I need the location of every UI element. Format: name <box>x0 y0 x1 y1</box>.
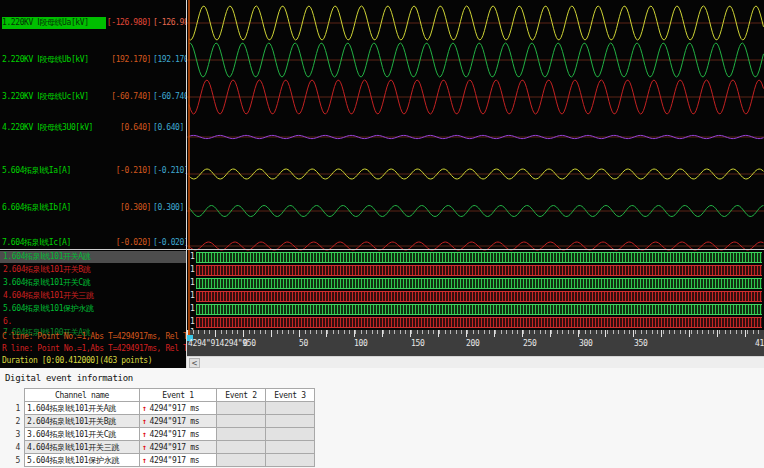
analog-digital-divider <box>0 249 764 250</box>
event-2-cell <box>217 402 266 415</box>
header-channel-name: Channel name <box>25 389 140 402</box>
horizontal-scrollbar[interactable]: < <box>187 356 764 368</box>
event-3-cell <box>266 415 315 428</box>
fault-recorder-window: { "header": { "title": "" }, "icons": { … <box>0 0 764 468</box>
event-1-cell: ↑4294"917 ms <box>140 441 217 454</box>
event-1-cell: ↑4294"917 ms <box>140 428 217 441</box>
cursor-c-line-status: C line: Point No.=1,Abs T=4294917ms, Rel… <box>2 331 186 342</box>
axis-tick-label: 250 <box>523 339 537 348</box>
header-event-2: Event 2 <box>217 389 266 402</box>
event-table-row[interactable]: 44.604拓泉Ⅰ线101开关三跳↑4294"917 ms <box>6 441 315 454</box>
duration-status: Duration [0:00.412000](463 points) <box>2 355 186 366</box>
event-channel-name: 1.604拓泉Ⅰ线101开关A跳 <box>25 402 140 415</box>
event-2-cell <box>217 454 266 467</box>
analog-channel-row[interactable]: 4.220KV Ⅰ段母线3U0[kV][0.640][0.640] <box>0 122 186 134</box>
digital-channel-row[interactable]: 3.604拓泉Ⅰ线101开关C跳 <box>0 277 186 289</box>
channel-value-1: [-0.210] <box>99 165 151 177</box>
channel-value-2: [0.300] <box>153 202 186 214</box>
axis-tick-label: 200 <box>466 339 480 348</box>
event-channel-name: 5.604拓泉Ⅰ线101保护永跳 <box>25 454 140 467</box>
event-2-cell <box>217 428 266 441</box>
event-3-cell <box>266 428 315 441</box>
axis-tick-label: 350 <box>634 339 648 348</box>
channel-value-2: [-126.980] <box>153 17 186 29</box>
analog-channel-row[interactable]: 6.604拓泉Ⅰ线Ib[A][0.300][0.300] <box>0 202 186 214</box>
event-info-section: Digital event information Channel name E… <box>0 368 764 468</box>
event-table-row[interactable]: 22.604拓泉Ⅰ线101开关B跳↑4294"917 ms <box>6 415 315 428</box>
channel-label-panel: 1.220KV Ⅰ段母线Ua[kV][-126.980][-126.980]2.… <box>0 0 186 368</box>
axis-tick-label: 150 <box>411 339 425 348</box>
analog-channel-name[interactable]: 4.220KV Ⅰ段母线3U0[kV] <box>2 122 106 134</box>
channel-value-1: [0.640] <box>99 122 151 134</box>
channel-value-1: [192.170] <box>99 54 151 66</box>
event-3-cell <box>266 402 315 415</box>
channel-value-1: [-126.980] <box>99 17 151 29</box>
event-channel-name: 2.604拓泉Ⅰ线101开关B跳 <box>25 415 140 428</box>
analog-channel-name[interactable]: 1.220KV Ⅰ段母线Ua[kV] <box>2 17 106 29</box>
axis-tick-label: 50 <box>299 339 308 348</box>
digital-trace-bar <box>196 278 762 289</box>
header-event-3: Event 3 <box>266 389 315 402</box>
row-number: 1 <box>6 402 25 415</box>
channel-value-1: [0.300] <box>99 202 151 214</box>
channel-value-2: [192.170] <box>153 54 186 66</box>
header-event-1: Event 1 <box>140 389 217 402</box>
event-channel-name: 4.604拓泉Ⅰ线101开关三跳 <box>25 441 140 454</box>
event-3-cell <box>266 441 315 454</box>
channel-value-1: [-0.020] <box>99 237 151 249</box>
analog-channel-name[interactable]: 3.220KV Ⅰ段母线Uc[kV] <box>2 91 106 103</box>
cursor-r-line-status: R line: Point No.=1,Abs T=4294917ms, Rel… <box>2 343 186 354</box>
row-number: 4 <box>6 441 25 454</box>
channel-value-2: [-0.020] <box>153 237 186 249</box>
digital-channel-row[interactable]: 4.604拓泉Ⅰ线101开关三跳 <box>0 290 186 302</box>
event-table-header-row: Channel name Event 1 Event 2 Event 3 <box>6 389 315 402</box>
time-axis[interactable]: 4294"914294"950 05010015020025030035041 <box>187 330 764 356</box>
event-channel-name: 3.604拓泉Ⅰ线101开关C跳 <box>25 428 140 441</box>
analog-channel-row[interactable]: 1.220KV Ⅰ段母线Ua[kV][-126.980][-126.980] <box>0 17 186 29</box>
event-1-time: 4294"917 ms <box>150 417 200 426</box>
rising-edge-arrow-icon: ↑ <box>142 417 147 426</box>
analog-channel-name[interactable]: 7.604拓泉Ⅰ线Ic[A] <box>2 237 106 249</box>
rising-edge-arrow-icon: ↑ <box>142 404 147 413</box>
event-1-time: 4294"917 ms <box>150 404 200 413</box>
channel-value-2: [0.640] <box>153 122 186 134</box>
event-table-row[interactable]: 11.604拓泉Ⅰ线101开关A跳↑4294"917 ms <box>6 402 315 415</box>
axis-tick-label: 100 <box>354 339 368 348</box>
analog-channel-name[interactable]: 6.604拓泉Ⅰ线Ib[A] <box>2 202 106 214</box>
rising-edge-arrow-icon: ↑ <box>142 456 147 465</box>
axis-major-ticks <box>187 330 764 337</box>
event-1-cell: ↑4294"917 ms <box>140 402 217 415</box>
event-2-cell <box>217 415 266 428</box>
channel-value-1: [-60.740] <box>99 91 151 103</box>
scroll-left-icon[interactable]: < <box>189 358 200 368</box>
digital-trace-bar <box>196 252 762 263</box>
row-number: 5 <box>6 454 25 467</box>
event-1-time: 4294"917 ms <box>150 456 200 465</box>
digital-trace-bar <box>196 317 762 328</box>
panel-divider <box>186 0 187 368</box>
analog-channel-name[interactable]: 2.220KV Ⅰ段母线Ub[kV] <box>2 54 106 66</box>
digital-channel-row[interactable]: 5.604拓泉Ⅰ线101保护永跳 <box>0 303 186 315</box>
axis-tick-label: 0 <box>243 339 248 348</box>
event-3-cell <box>266 454 315 467</box>
event-table-row[interactable]: 55.604拓泉Ⅰ线101保护永跳↑4294"917 ms <box>6 454 315 467</box>
row-number: 3 <box>6 428 25 441</box>
event-info-title: Digital event information <box>5 373 133 383</box>
digital-trace-bar <box>196 304 762 315</box>
event-2-cell <box>217 441 266 454</box>
analog-channel-row[interactable]: 5.604拓泉Ⅰ线Ia[A][-0.210][-0.210] <box>0 165 186 177</box>
rising-edge-arrow-icon: ↑ <box>142 430 147 439</box>
channel-value-2: [-0.210] <box>153 165 186 177</box>
digital-channel-row[interactable]: 2.604拓泉Ⅰ线101开关B跳 <box>0 264 186 276</box>
analog-channel-row[interactable]: 2.220KV Ⅰ段母线Ub[kV][192.170][192.170] <box>0 54 186 66</box>
event-table-row[interactable]: 33.604拓泉Ⅰ线101开关C跳↑4294"917 ms <box>6 428 315 441</box>
analog-channel-row[interactable]: 3.220KV Ⅰ段母线Uc[kV][-60.740][-60.740] <box>0 91 186 103</box>
digital-trace-bar <box>196 265 762 276</box>
channel-value-2: [-60.740] <box>153 91 186 103</box>
analog-channel-row[interactable]: 7.604拓泉Ⅰ线Ic[A][-0.020][-0.020] <box>0 237 186 249</box>
analog-channel-name[interactable]: 5.604拓泉Ⅰ线Ia[A] <box>2 165 106 177</box>
digital-trace-bar <box>196 291 762 302</box>
digital-channel-row[interactable]: 1.604拓泉Ⅰ线101开关A跳 <box>0 251 186 263</box>
event-1-time: 4294"917 ms <box>150 430 200 439</box>
waveform-plot-area[interactable]: 1111111 <box>187 0 764 330</box>
